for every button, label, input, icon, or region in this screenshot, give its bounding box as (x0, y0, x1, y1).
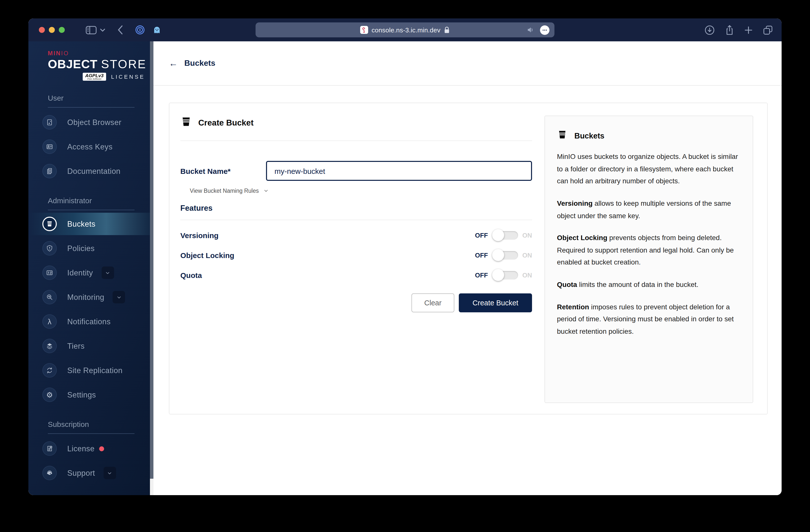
toggle-knob (492, 269, 504, 281)
naming-rules-label: View Bucket Naming Rules (190, 188, 259, 194)
naming-rules-expander[interactable]: View Bucket Naming Rules (190, 188, 532, 194)
browser-toolbar: console.ns-3.ic.min.dev (28, 18, 782, 41)
minio-favicon (360, 26, 368, 34)
buckets-icon (42, 217, 57, 231)
sidebar-item-license[interactable]: License (28, 436, 150, 461)
url-text: console.ns-3.ic.min.dev (372, 26, 440, 34)
sidebar-item-support[interactable]: Support (28, 461, 150, 485)
toggle-off-label: OFF (475, 251, 488, 259)
close-window-button[interactable] (39, 27, 45, 33)
sidebar-item-label: Access Keys (67, 142, 113, 151)
page-body: Create Bucket Bucket Name* View Bucket N… (153, 86, 782, 495)
toggle-knob (492, 229, 504, 241)
sidebar-item-site-replication[interactable]: Site Replication (28, 358, 150, 383)
policies-icon (42, 241, 57, 256)
zoom-window-button[interactable] (59, 27, 65, 33)
clear-button[interactable]: Clear (411, 293, 454, 312)
toggle-on-label: ON (522, 271, 532, 279)
sidebar-item-label: Site Replication (67, 366, 123, 375)
form-title: Create Bucket (198, 118, 254, 128)
feature-label: Quota (180, 271, 202, 279)
sidebar-item-access-keys[interactable]: Access Keys (28, 134, 150, 159)
sidebar-item-label: License (67, 444, 95, 453)
info-panel-title: Buckets (574, 131, 604, 140)
tab-overview-icon[interactable] (763, 25, 773, 35)
sidebar-item-label: Documentation (67, 167, 120, 176)
bucket-name-label: Bucket Name* (180, 167, 266, 175)
sidebar-item-notifications[interactable]: λNotifications (28, 309, 150, 334)
minio-logo: MINIO OBJECT STORE AGPLv3 Free Software … (28, 41, 150, 81)
sidebar-item-label: Buckets (67, 220, 95, 228)
address-bar[interactable]: console.ns-3.ic.min.dev (256, 22, 554, 37)
identity-icon (42, 265, 57, 280)
back-arrow[interactable]: ← (169, 58, 178, 68)
versioning-toggle[interactable] (492, 231, 518, 239)
create-bucket-card: Create Bucket Bucket Name* View Bucket N… (169, 102, 768, 415)
toggle-on-label: ON (522, 251, 532, 259)
audio-mute-icon[interactable] (527, 27, 535, 33)
sidebar-item-identity[interactable]: Identity (28, 260, 150, 285)
sidebar-item-label: Monitoring (67, 293, 104, 302)
monitoring-icon (42, 290, 57, 304)
sidebar-item-monitoring[interactable]: Monitoring (28, 285, 150, 309)
toggle-knob (492, 249, 504, 261)
chevron-down-icon[interactable] (103, 467, 116, 479)
ghostery-extension-icon[interactable] (152, 26, 161, 34)
lock-icon (444, 26, 450, 34)
onepassword-extension-icon[interactable] (135, 25, 145, 35)
sidebar-item-label: Tiers (67, 341, 85, 351)
chevron-down-icon (263, 188, 269, 194)
info-paragraph: Versioning allows to keep multiple versi… (557, 197, 741, 222)
chevron-down-icon[interactable] (113, 291, 125, 303)
downloads-icon[interactable] (704, 25, 715, 35)
sidebar-scrollbar[interactable] (150, 41, 153, 495)
access-keys-icon (42, 140, 57, 154)
toggle-off-label: OFF (475, 271, 488, 279)
minio-brand: MINIO (48, 50, 150, 57)
quota-toggle[interactable] (492, 271, 518, 279)
sidebar-item-label: Identity (67, 268, 93, 277)
back-button-icon[interactable] (117, 25, 123, 35)
sidebar-section-label-subscription: Subscription (48, 420, 150, 429)
sidebar-section-label-user: User (48, 94, 150, 102)
sidebar-toggle-icon[interactable] (86, 26, 97, 34)
sidebar-sections: UserObject BrowserAccess KeysDocumentati… (28, 94, 150, 485)
sidebar-item-buckets[interactable]: Buckets (28, 213, 150, 235)
section-divider (48, 433, 134, 434)
agpl-badge: AGPLv3 Free Software (83, 73, 106, 81)
sidebar-item-documentation[interactable]: Documentation (28, 159, 150, 183)
sidebar-item-partial[interactable] (28, 490, 150, 495)
toggle-off-label: OFF (475, 231, 488, 239)
traffic-lights (28, 27, 65, 33)
object-locking-toggle[interactable] (492, 251, 518, 259)
reader-options-button[interactable] (540, 25, 549, 35)
sidebar-item-tiers[interactable]: Tiers (28, 334, 150, 358)
site-replication-icon (42, 363, 57, 377)
info-paragraph: Retention imposes rules to prevent objec… (557, 301, 741, 338)
sidebar-item-object-browser[interactable]: Object Browser (28, 110, 150, 134)
bucket-icon (181, 116, 191, 129)
sidebar-item-settings[interactable]: ⚙Settings (28, 383, 150, 407)
bucket-name-input[interactable] (266, 161, 532, 181)
info-paragraph: Object Locking prevents objects from bei… (557, 232, 741, 269)
feature-label: Object Locking (180, 251, 234, 259)
sidebar-item-policies[interactable]: Policies (28, 236, 150, 260)
new-tab-icon[interactable] (744, 26, 753, 34)
create-bucket-button[interactable]: Create Bucket (459, 293, 532, 312)
scrollbar-thumb[interactable] (150, 41, 153, 479)
browser-window: console.ns-3.ic.min.dev (28, 18, 782, 495)
chevron-down-icon[interactable] (101, 267, 114, 279)
section-divider (48, 107, 134, 108)
sidebar-item-label: Settings (67, 390, 96, 399)
page-title[interactable]: Buckets (184, 59, 215, 68)
license-row: AGPLv3 Free Software LICENSE (83, 73, 150, 81)
sidebar-item-label: Object Browser (67, 118, 122, 127)
info-paragraph: MinIO uses buckets to organize objects. … (557, 150, 741, 187)
sidebar-item-label: Support (67, 468, 95, 478)
minimize-window-button[interactable] (49, 27, 55, 33)
sidebar-chevron-icon[interactable] (100, 28, 105, 32)
feature-row-quota: QuotaOFFON (180, 265, 532, 285)
bucket-icon (558, 130, 566, 142)
object-browser-icon (42, 115, 57, 130)
share-icon[interactable] (725, 24, 734, 36)
